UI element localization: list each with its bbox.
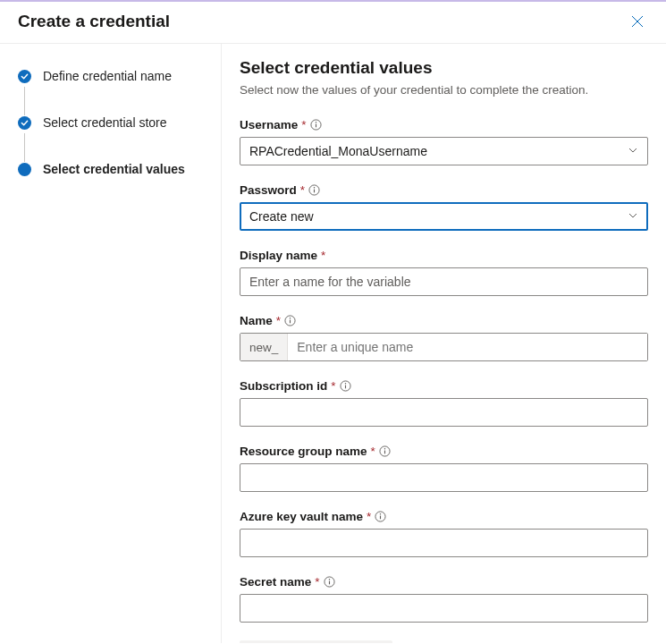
info-icon[interactable] — [340, 380, 351, 392]
current-step-icon — [18, 163, 31, 176]
main-form: Select credential values Select now the … — [222, 44, 666, 643]
username-select[interactable]: RPACredential_MonaUsername — [240, 137, 648, 165]
svg-rect-14 — [384, 451, 385, 454]
svg-point-10 — [344, 383, 345, 384]
info-icon[interactable] — [310, 119, 322, 131]
step-label: Define credential name — [43, 69, 172, 83]
chevron-down-icon — [628, 209, 638, 224]
info-icon[interactable] — [375, 511, 386, 522]
label-name: Name * — [240, 314, 648, 327]
info-icon[interactable] — [308, 184, 320, 196]
username-value: RPACredential_MonaUsername — [249, 144, 427, 158]
field-subscription-id: Subscription id * — [240, 379, 648, 427]
info-icon[interactable] — [324, 576, 335, 588]
label-vault-name: Azure key vault name * — [240, 510, 648, 523]
svg-rect-11 — [344, 386, 345, 389]
section-subtitle: Select now the values of your credential… — [240, 83, 648, 97]
step-select-credential-store[interactable]: Select credential store — [18, 115, 203, 130]
svg-point-13 — [384, 448, 385, 449]
subscription-id-input[interactable] — [240, 398, 648, 427]
name-input-wrapper: new_ — [240, 333, 648, 361]
field-resource-group: Resource group name * — [240, 445, 648, 492]
panel-header: Create a credential — [0, 2, 666, 44]
svg-rect-5 — [314, 190, 315, 193]
svg-rect-2 — [316, 124, 316, 128]
panel-title: Create a credential — [18, 12, 170, 31]
field-name: Name * new_ — [240, 314, 648, 361]
field-password: Password * Create new — [240, 183, 648, 231]
svg-point-19 — [328, 579, 329, 580]
wizard-steps: Define credential name Select credential… — [0, 44, 222, 643]
chevron-down-icon — [628, 144, 638, 158]
svg-point-1 — [315, 122, 316, 123]
svg-point-4 — [314, 187, 315, 188]
info-icon[interactable] — [379, 445, 391, 457]
password-value: Create new — [249, 209, 314, 224]
step-label: Select credential store — [43, 115, 167, 130]
field-vault-name: Azure key vault name * — [240, 510, 648, 557]
svg-point-7 — [290, 318, 291, 318]
label-display-name: Display name * — [240, 249, 648, 262]
field-username: Username * RPACredential_MonaUsername — [240, 118, 648, 165]
info-icon[interactable] — [284, 315, 296, 326]
label-resource-group: Resource group name * — [240, 445, 648, 458]
label-subscription-id: Subscription id * — [240, 379, 648, 393]
resource-group-input[interactable] — [240, 463, 648, 492]
field-display-name: Display name * — [240, 249, 648, 296]
step-define-credential-name[interactable]: Define credential name — [18, 69, 203, 83]
svg-rect-20 — [329, 581, 330, 585]
password-select[interactable]: Create new — [240, 202, 648, 231]
step-label: Select credential values — [43, 162, 185, 176]
name-prefix: new_ — [240, 334, 288, 360]
svg-rect-8 — [290, 320, 291, 324]
close-icon — [631, 15, 644, 28]
name-input[interactable] — [288, 334, 647, 360]
vault-name-input[interactable] — [240, 529, 648, 557]
display-name-input[interactable] — [240, 267, 648, 296]
svg-rect-17 — [380, 516, 381, 520]
svg-point-16 — [380, 513, 381, 514]
check-icon — [18, 116, 31, 130]
close-button[interactable] — [627, 11, 648, 32]
create-new-password-button[interactable]: Create new password — [240, 640, 392, 643]
section-title: Select credential values — [240, 58, 648, 78]
step-select-credential-values[interactable]: Select credential values — [18, 162, 203, 176]
secret-name-input[interactable] — [240, 594, 648, 623]
label-password: Password * — [240, 183, 648, 197]
field-secret-name: Secret name * — [240, 575, 648, 623]
label-username: Username * — [240, 118, 648, 131]
check-icon — [18, 70, 31, 83]
label-secret-name: Secret name * — [240, 575, 648, 589]
